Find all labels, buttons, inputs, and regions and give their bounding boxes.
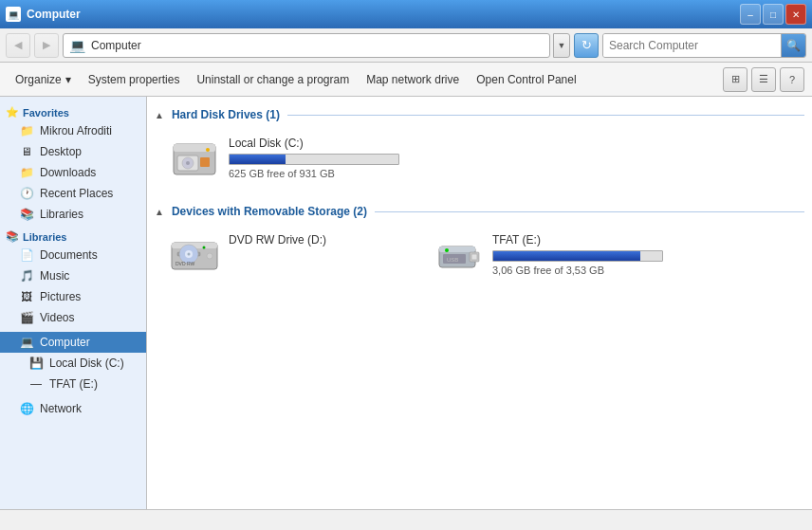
drive-c-bar-bg [229, 154, 399, 165]
sidebar-item-desktop-label: Desktop [40, 145, 82, 158]
sidebar-item-network[interactable]: 🌐 Network [0, 398, 146, 419]
sidebar-libraries-section: 📚 Libraries 📄 Documents 🎵 Music 🖼 Pictur… [0, 228, 146, 328]
sidebar-item-tfat-e-label: TFAT (E:) [49, 377, 98, 391]
computer-nav-icon: 💻 [19, 335, 34, 350]
sidebar-item-pictures[interactable]: 🖼 Pictures [0, 286, 146, 307]
videos-icon: 🎬 [19, 310, 34, 325]
sidebar-network-section: 🌐 Network [0, 398, 146, 419]
main-layout: ⭐ Favorites 📁 Mikrou Afroditi 🖥 Desktop … [0, 97, 812, 509]
dvd-d-drive-icon: DVD RW [170, 233, 219, 279]
sidebar-libraries-header[interactable]: 📚 Libraries [0, 228, 146, 245]
drive-e-bar-fill [493, 251, 640, 261]
removable-drive-grid: DVD RW DVD RW Drive (D:) [147, 222, 812, 290]
minimize-button[interactable]: – [740, 4, 761, 25]
toolbar-right: ⊞ ☰ ? [723, 67, 804, 92]
drive-c-info: Local Disk (C:) 625 GB free of 931 GB [229, 137, 411, 179]
help-button[interactable]: ? [780, 67, 804, 92]
sidebar-item-libraries-fav[interactable]: 📚 Libraries [0, 204, 146, 225]
drive-e-name: TFAT (E:) [492, 233, 674, 247]
address-text: Computer [91, 39, 141, 52]
content-area: ▲ Hard Disk Drives (1) [147, 97, 812, 509]
sidebar-item-network-label: Network [40, 402, 82, 415]
refresh-button[interactable]: ↻ [574, 33, 599, 58]
sidebar-item-desktop[interactable]: 🖥 Desktop [0, 141, 146, 162]
drive-dvd-info: DVD RW Drive (D:) [229, 233, 411, 250]
mikrou-icon: 📁 [19, 123, 34, 138]
close-button[interactable]: ✕ [785, 4, 806, 25]
sidebar-item-local-disk-c-label: Local Disk (C:) [49, 356, 124, 370]
sidebar-item-computer[interactable]: 💻 Computer [0, 332, 146, 353]
drive-c-free: 625 GB free of 931 GB [229, 168, 411, 179]
downloads-icon: 📁 [19, 165, 34, 180]
hard-disk-drive-grid: Local Disk (C:) 625 GB free of 931 GB [147, 125, 812, 193]
status-bar [0, 509, 812, 530]
organize-button[interactable]: Organize ▾ [8, 66, 79, 93]
sidebar-item-music-label: Music [40, 269, 69, 283]
back-button[interactable]: ◀ [6, 33, 30, 58]
libraries-fav-icon: 📚 [19, 207, 34, 222]
svg-point-4 [186, 161, 190, 165]
sidebar-item-downloads[interactable]: 📁 Downloads [0, 162, 146, 183]
svg-point-12 [188, 253, 191, 256]
drive-e-bar-bg [492, 250, 663, 262]
title-bar-text: Computer [27, 8, 734, 21]
removable-title: Devices with Removable Storage (2) [172, 205, 367, 218]
drive-c-bar-fill [230, 155, 286, 164]
sidebar: ⭐ Favorites 📁 Mikrou Afroditi 🖥 Desktop … [0, 97, 147, 509]
toolbar: Organize ▾ System properties Uninstall o… [0, 63, 812, 97]
address-field[interactable]: 💻 Computer [63, 33, 550, 58]
removable-divider [375, 211, 804, 212]
sidebar-item-documents[interactable]: 📄 Documents [0, 245, 146, 265]
tfat-e-drive-icon: USB [434, 233, 483, 279]
svg-rect-19 [471, 254, 477, 260]
search-box[interactable]: 🔍 [602, 33, 806, 58]
sidebar-item-local-disk-c[interactable]: 💾 Local Disk (C:) [0, 353, 146, 374]
forward-button[interactable]: ▶ [34, 33, 59, 58]
documents-icon: 📄 [19, 247, 34, 263]
window-controls: – □ ✕ [740, 4, 806, 25]
sidebar-item-libraries-fav-label: Libraries [40, 208, 83, 221]
sidebar-item-mikrou-label: Mikrou Afroditi [40, 124, 112, 137]
map-network-button[interactable]: Map network drive [359, 66, 467, 93]
sidebar-item-downloads-label: Downloads [40, 166, 96, 179]
sidebar-item-recent-label: Recent Places [40, 187, 113, 200]
sidebar-item-computer-label: Computer [40, 336, 90, 349]
search-input[interactable] [603, 34, 781, 57]
search-button[interactable]: 🔍 [781, 34, 805, 57]
sidebar-favorites-section: ⭐ Favorites 📁 Mikrou Afroditi 🖥 Desktop … [0, 104, 146, 225]
removable-collapse[interactable]: ▲ [155, 207, 164, 217]
removable-section-header: ▲ Devices with Removable Storage (2) [147, 201, 812, 222]
sidebar-item-tfat-e[interactable]: — TFAT (E:) [0, 374, 146, 394]
sidebar-computer-section: 💻 Computer 💾 Local Disk (C:) — TFAT (E:) [0, 332, 146, 394]
sidebar-item-recent[interactable]: 🕐 Recent Places [0, 183, 146, 204]
drive-item-local-c[interactable]: Local Disk (C:) 625 GB free of 931 GB [162, 129, 418, 190]
sidebar-item-mikrou[interactable]: 📁 Mikrou Afroditi [0, 120, 146, 141]
title-bar: 💻 Computer – □ ✕ [0, 0, 812, 28]
drive-e-info: TFAT (E:) 3,06 GB free of 3,53 GB [492, 233, 674, 276]
address-dropdown[interactable]: ▼ [553, 33, 570, 58]
libraries-label: Libraries [23, 231, 66, 243]
hard-disk-title: Hard Disk Drives (1) [172, 108, 280, 121]
hard-disk-divider [287, 115, 804, 116]
star-icon: ⭐ [6, 106, 19, 119]
recent-icon: 🕐 [19, 186, 34, 201]
view-details-button[interactable]: ☰ [751, 67, 776, 92]
drive-item-tfat-e[interactable]: USB TFAT (E:) 3,06 GB free of 3,53 GB [426, 226, 682, 286]
svg-rect-17 [439, 247, 475, 252]
open-control-panel-button[interactable]: Open Control Panel [469, 66, 583, 93]
uninstall-button[interactable]: Uninstall or change a program [189, 66, 357, 93]
sidebar-favorites-header[interactable]: ⭐ Favorites [0, 104, 146, 120]
sidebar-item-videos[interactable]: 🎬 Videos [0, 307, 146, 328]
drive-item-dvd-d[interactable]: DVD RW DVD RW Drive (D:) [162, 226, 418, 286]
desktop-icon: 🖥 [19, 144, 34, 159]
hard-disk-collapse[interactable]: ▲ [155, 110, 164, 120]
view-toggle-button[interactable]: ⊞ [723, 67, 747, 92]
system-properties-button[interactable]: System properties [81, 66, 188, 93]
computer-icon: 💻 [69, 38, 85, 53]
favorites-label: Favorites [23, 107, 69, 119]
pictures-icon: 🖼 [19, 289, 34, 304]
sidebar-item-music[interactable]: 🎵 Music [0, 265, 146, 286]
maximize-button[interactable]: □ [763, 4, 784, 25]
sidebar-item-pictures-label: Pictures [40, 290, 81, 303]
music-icon: 🎵 [19, 268, 34, 283]
